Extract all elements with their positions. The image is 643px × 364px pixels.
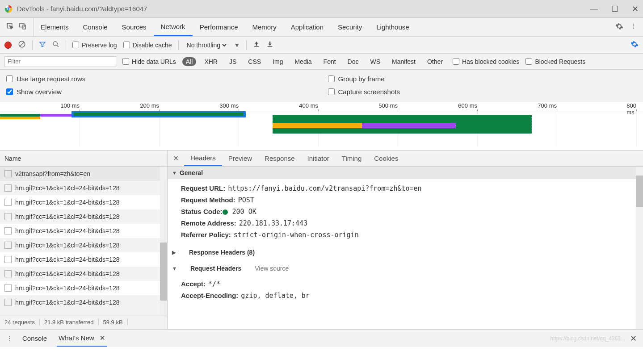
filter-type-media[interactable]: Media [291, 57, 315, 66]
record-button[interactable] [4, 42, 12, 49]
file-icon [4, 170, 12, 177]
minimize-button[interactable]: — [590, 4, 598, 14]
request-row[interactable]: hm.gif?cc=1&ck=1&cl=24-bit&ds=128 [0, 267, 167, 281]
group-by-frame-checkbox[interactable]: Group by frame [328, 72, 637, 85]
filter-type-manifest[interactable]: Manifest [388, 57, 419, 66]
file-icon [4, 213, 12, 220]
filter-type-xhr[interactable]: XHR [201, 57, 221, 66]
file-icon [4, 285, 12, 292]
request-list-footer: 24 requests 21.9 kB transferred 59.9 kB [0, 315, 167, 329]
request-name: v2transapi?from=zh&to=en [15, 170, 90, 177]
filter-type-other[interactable]: Other [424, 57, 446, 66]
drawer-tab-whats-new[interactable]: What's New✕ [57, 331, 107, 347]
general-section-header[interactable]: ▼General [168, 167, 643, 179]
filter-row: Hide data URLs AllXHRJSCSSImgMediaFontDo… [0, 54, 643, 70]
filter-input[interactable] [4, 56, 116, 67]
filter-type-all[interactable]: All [182, 57, 197, 66]
request-row[interactable]: hm.gif?cc=1&ck=1&cl=24-bit&ds=128 [0, 209, 167, 224]
blocked-requests-checkbox[interactable]: Blocked Requests [525, 58, 585, 65]
tab-memory[interactable]: Memory [245, 18, 284, 36]
svg-rect-12 [254, 46, 259, 47]
timeline-tick: 700 ms [538, 102, 557, 109]
details-tab-cookies[interactable]: Cookies [368, 151, 404, 166]
timeline-bar [0, 117, 40, 119]
tab-console[interactable]: Console [76, 18, 115, 36]
request-row[interactable]: hm.gif?cc=1&ck=1&cl=24-bit&ds=128 [0, 295, 167, 310]
request-list-scrollbar[interactable] [160, 243, 167, 301]
filter-type-img[interactable]: Img [269, 57, 286, 66]
request-row[interactable]: hm.gif?cc=1&ck=1&cl=24-bit&ds=128 [0, 195, 167, 209]
filter-type-font[interactable]: Font [320, 57, 340, 66]
request-list-header[interactable]: Name [0, 151, 167, 167]
options-row: Use large request rows Show overview Gro… [0, 70, 643, 101]
close-details-button[interactable]: ✕ [168, 154, 184, 163]
throttling-select[interactable]: No throttling [185, 41, 228, 49]
timeline-tick: 400 ms [299, 102, 318, 109]
tab-performance[interactable]: Performance [193, 18, 245, 36]
response-headers-section[interactable]: ▶Response Headers (8) [168, 246, 643, 259]
filter-type-js[interactable]: JS [226, 57, 240, 66]
hide-data-urls-checkbox[interactable]: Hide data URLs [122, 58, 176, 65]
details-tab-headers[interactable]: Headers [184, 151, 222, 166]
view-source-link[interactable]: View source [255, 265, 289, 272]
close-window-button[interactable]: ✕ [632, 4, 639, 14]
maximize-button[interactable]: ☐ [611, 4, 618, 14]
tab-elements[interactable]: Elements [34, 18, 76, 36]
close-tab-icon[interactable]: ✕ [100, 334, 105, 342]
request-row[interactable]: hm.gif?cc=1&ck=1&cl=24-bit&ds=128 [0, 181, 167, 195]
request-row[interactable]: hm.gif?cc=1&ck=1&cl=24-bit&ds=128 [0, 281, 167, 295]
filter-type-css[interactable]: CSS [244, 57, 265, 66]
request-name: hm.gif?cc=1&ck=1&cl=24-bit&ds=128 [15, 242, 119, 249]
details-tab-initiator[interactable]: Initiator [301, 151, 336, 166]
main-tabs-row: ElementsConsoleSourcesNetworkPerformance… [0, 18, 643, 37]
timeline-overview[interactable]: 100 ms200 ms300 ms400 ms500 ms600 ms700 … [0, 101, 643, 151]
svg-point-10 [53, 42, 57, 46]
device-toggle-icon[interactable] [19, 22, 27, 32]
request-name: hm.gif?cc=1&ck=1&cl=24-bit&ds=128 [15, 270, 119, 277]
settings-icon[interactable] [615, 22, 623, 32]
tab-sources[interactable]: Sources [115, 18, 154, 36]
filter-type-ws[interactable]: WS [367, 57, 384, 66]
filter-toggle-icon[interactable] [39, 41, 46, 49]
request-row[interactable]: hm.gif?cc=1&ck=1&cl=24-bit&ds=128 [0, 252, 167, 267]
request-row[interactable]: hm.gif?cc=1&ck=1&cl=24-bit&ds=128 [0, 224, 167, 238]
details-tab-preview[interactable]: Preview [222, 151, 258, 166]
file-icon [4, 227, 12, 234]
details-scrollbar[interactable] [636, 176, 643, 207]
drawer-tab-console[interactable]: Console [21, 331, 49, 346]
request-name: hm.gif?cc=1&ck=1&cl=24-bit&ds=128 [15, 184, 119, 192]
file-icon [4, 242, 12, 249]
search-icon[interactable] [52, 41, 59, 49]
use-large-rows-checkbox[interactable]: Use large request rows [6, 72, 315, 85]
clear-button[interactable] [18, 40, 26, 50]
has-blocked-cookies-checkbox[interactable]: Has blocked cookies [453, 58, 519, 65]
details-tab-response[interactable]: Response [258, 151, 301, 166]
inspect-icon[interactable] [6, 22, 14, 32]
timeline-tick: 100 ms [60, 102, 80, 109]
close-drawer-button[interactable]: ✕ [630, 334, 637, 343]
timeline-bar [74, 113, 244, 116]
drawer-menu-icon[interactable]: ⋮ [6, 335, 13, 342]
preserve-log-checkbox[interactable]: Preserve log [72, 42, 117, 49]
more-menu-icon[interactable]: ⋮ [630, 22, 637, 32]
svg-rect-13 [268, 46, 273, 47]
capture-screenshots-checkbox[interactable]: Capture screenshots [328, 85, 637, 98]
tab-network[interactable]: Network [154, 18, 193, 36]
network-settings-icon[interactable] [630, 40, 639, 50]
request-name: hm.gif?cc=1&ck=1&cl=24-bit&ds=128 [15, 213, 119, 220]
tab-application[interactable]: Application [284, 18, 331, 36]
chrome-icon [4, 5, 13, 13]
upload-har-icon[interactable] [253, 41, 260, 49]
watermark-text: https://blog.csdn.net/qq_4363... [551, 335, 625, 342]
details-tab-timing[interactable]: Timing [336, 151, 368, 166]
filter-type-doc[interactable]: Doc [344, 57, 362, 66]
request-headers-section[interactable]: ▼Request HeadersView source [168, 262, 643, 275]
request-row[interactable]: hm.gif?cc=1&ck=1&cl=24-bit&ds=128 [0, 238, 167, 252]
show-overview-checkbox[interactable]: Show overview [6, 85, 315, 98]
request-row[interactable]: v2transapi?from=zh&to=en [0, 167, 167, 181]
tab-lighthouse[interactable]: Lighthouse [369, 18, 416, 36]
timeline-tick: 300 ms [219, 102, 239, 109]
disable-cache-checkbox[interactable]: Disable cache [123, 42, 172, 49]
tab-security[interactable]: Security [331, 18, 369, 36]
download-har-icon[interactable] [266, 41, 273, 49]
